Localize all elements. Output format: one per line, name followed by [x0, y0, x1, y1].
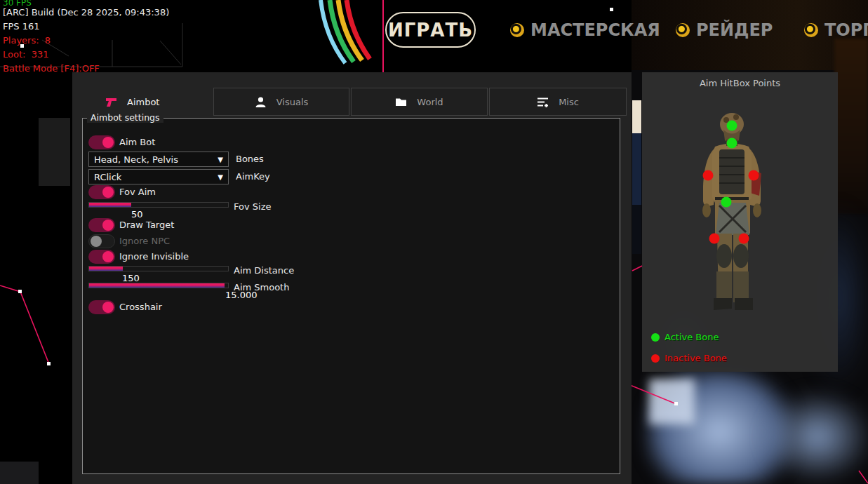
bone-point-right-knee[interactable]: [739, 234, 749, 244]
ignore-invisible-toggle[interactable]: [88, 250, 115, 264]
aim-smooth-slider[interactable]: [88, 283, 229, 288]
tab-misc[interactable]: Misc: [489, 88, 627, 116]
toggle-knob: [102, 137, 114, 148]
draw-target-label: Draw Target: [119, 220, 174, 230]
legend-inactive-bone: Inactive Bone: [651, 353, 727, 363]
crosshair-row: Crosshair: [88, 300, 614, 317]
inactive-bone-dot: [651, 354, 660, 363]
nav-item-raider[interactable]: РЕЙДЕР: [676, 20, 773, 41]
legend-label: Active Bone: [665, 332, 719, 342]
legend-label: Inactive Bone: [665, 353, 727, 363]
chevron-down-icon: ▼: [218, 173, 223, 181]
hud-fps: FPS 161: [3, 21, 40, 32]
ignore-invisible-label: Ignore Invisible: [119, 251, 189, 262]
ignore-npc-toggle[interactable]: [88, 234, 115, 248]
aim-distance-row: Aim Distance 150: [88, 264, 614, 281]
aimkey-row: RClick ▼ AimKey: [88, 169, 614, 186]
active-bone-dot: [651, 333, 660, 342]
fov-aim-toggle[interactable]: [88, 185, 115, 199]
crosshair-toggle[interactable]: [88, 300, 115, 314]
hud-loot-count: Loot: 331: [3, 49, 48, 60]
nav-item-workshop[interactable]: МАСТЕРСКАЯ: [510, 20, 660, 41]
bone-point-left-knee[interactable]: [709, 234, 720, 244]
ignore-npc-row: Ignore NPC: [88, 234, 614, 251]
coin-icon: [510, 23, 524, 37]
play-button-label: ИГРАТЬ: [388, 20, 473, 41]
tab-aimbot[interactable]: Aimbot: [91, 88, 211, 116]
bones-dropdown-value: Head, Neck, Pelvis: [94, 154, 178, 165]
character-model: [684, 107, 796, 325]
draw-target-row: Draw Target: [88, 218, 614, 235]
slider-fill: [89, 267, 123, 271]
person-icon: [255, 96, 267, 108]
coin-icon: [804, 23, 818, 37]
chevron-down-icon: ▼: [218, 156, 223, 163]
sliders-icon: [537, 96, 549, 108]
aim-smooth-value: 15.000: [225, 290, 258, 300]
folder-icon: [395, 96, 407, 108]
bone-point-pelvis[interactable]: [721, 197, 732, 208]
nav-item-label: ТОРГО: [824, 20, 868, 40]
aim-bot-toggle[interactable]: [88, 135, 115, 149]
aimkey-dropdown-value: RClick: [94, 172, 121, 182]
tab-world[interactable]: World: [351, 88, 488, 116]
fov-size-label: Fov Size: [234, 201, 271, 212]
bone-point-right-elbow[interactable]: [749, 170, 759, 181]
fov-size-row: Fov Size 50: [88, 200, 614, 217]
toggle-knob: [102, 251, 114, 262]
toggle-knob: [102, 187, 114, 198]
nav-item-label: РЕЙДЕР: [696, 20, 773, 40]
tab-visuals[interactable]: Visuals: [213, 88, 349, 116]
aim-smooth-row: Aim Smooth 15.000: [88, 281, 614, 297]
tab-label: Visuals: [276, 97, 309, 107]
fov-size-slider[interactable]: [88, 202, 229, 208]
bones-label: Bones: [236, 154, 264, 164]
toggle-knob: [102, 302, 114, 313]
gun-icon: [105, 96, 117, 108]
slider-fill: [89, 283, 225, 288]
play-button[interactable]: ИГРАТЬ: [385, 12, 476, 48]
toggle-knob: [102, 220, 114, 231]
aimkey-dropdown[interactable]: RClick ▼: [88, 169, 229, 184]
bones-dropdown[interactable]: Head, Neck, Pelvis ▼: [88, 152, 229, 167]
aimbot-settings-group: Aimbot settings Aim Bot Head, Neck, Pelv…: [82, 118, 620, 474]
aimkey-label: AimKey: [236, 171, 270, 182]
bone-point-head[interactable]: [727, 121, 737, 131]
rainbow-graphic: [302, 0, 386, 70]
toggle-knob: [91, 236, 102, 247]
nav-item-label: МАСТЕРСКАЯ: [530, 20, 660, 40]
bone-point-neck[interactable]: [727, 138, 737, 149]
cheat-menu-window: Aimbot Visuals World Misc Aimbot setting…: [72, 72, 632, 484]
draw-target-toggle[interactable]: [88, 218, 115, 232]
aim-distance-label: Aim Distance: [234, 265, 294, 276]
bones-row: Head, Neck, Pelvis ▼ Bones: [88, 152, 614, 168]
hud-players-count: Players: 8: [3, 35, 51, 46]
slider-fill: [89, 203, 131, 207]
aim-hitbox-panel: Aim HitBox Points: [642, 72, 838, 372]
aim-distance-slider[interactable]: [88, 266, 229, 271]
bone-point-left-elbow[interactable]: [703, 170, 714, 181]
crosshair-label: Crosshair: [119, 302, 162, 312]
tab-label: Aimbot: [127, 97, 159, 107]
tab-label: Misc: [559, 97, 579, 107]
group-title: Aimbot settings: [87, 112, 163, 123]
hitbox-panel-title: Aim HitBox Points: [642, 78, 838, 88]
hud-build-info: [ARC] Build (Dec 28 2025, 09:43:38): [3, 7, 169, 18]
nav-item-trader[interactable]: ТОРГО: [804, 20, 868, 41]
legend-active-bone: Active Bone: [651, 332, 719, 342]
fov-aim-label: Fov Aim: [119, 187, 156, 197]
aim-bot-row: Aim Bot: [88, 135, 614, 152]
aim-bot-label: Aim Bot: [119, 137, 155, 147]
coin-icon: [676, 23, 690, 37]
tab-label: World: [417, 97, 443, 107]
ignore-npc-label: Ignore NPC: [119, 236, 170, 246]
